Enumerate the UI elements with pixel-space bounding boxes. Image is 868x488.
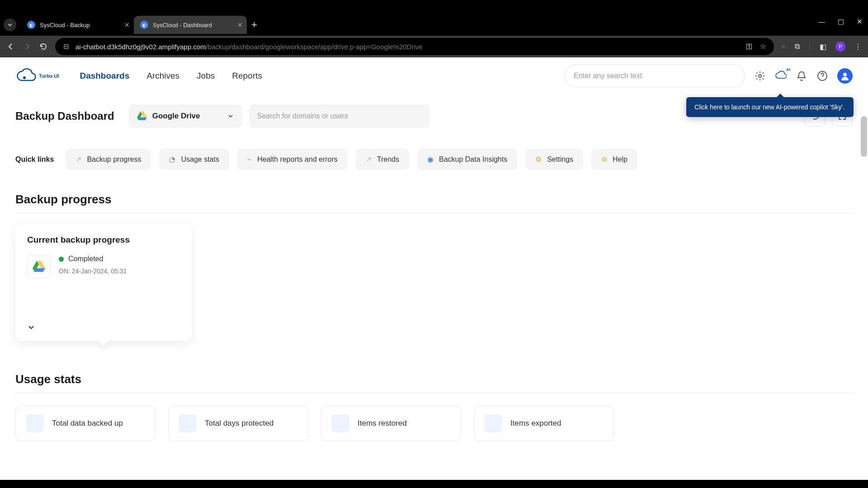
tab-title: SysCloud - Dashboard xyxy=(153,22,212,28)
ql-backup-progress[interactable]: ↗Backup progress xyxy=(66,149,151,170)
page-title: Backup Dashboard xyxy=(15,110,114,122)
trend-up-icon: ↗ xyxy=(366,155,372,164)
help-icon[interactable] xyxy=(816,70,828,82)
selector-value: Google Drive xyxy=(152,112,222,121)
close-icon[interactable]: × xyxy=(124,20,129,30)
main-nav: Dashboards Archives Jobs Reports xyxy=(80,71,262,81)
stat-card-days-protected[interactable]: Total days protected xyxy=(168,406,308,441)
trend-up-icon: ↗ xyxy=(75,155,81,164)
section-title-backup: Backup progress xyxy=(15,192,853,206)
stat-card-items-exported[interactable]: Items exported xyxy=(474,406,614,441)
headset-icon: ⊚ xyxy=(601,155,607,164)
url-input[interactable]: ⊟ ai-chatbot.d3k5dhz0gj9v02.amplifyapp.c… xyxy=(55,38,774,55)
sidepanel-icon[interactable]: ◧ xyxy=(820,42,826,51)
status-dot-icon xyxy=(59,257,64,262)
profile-badge[interactable]: P xyxy=(835,42,845,52)
stat-icon xyxy=(26,414,44,432)
app-icon-box xyxy=(27,255,51,278)
forward-button[interactable] xyxy=(23,42,32,51)
back-button[interactable] xyxy=(6,42,15,51)
quick-links-label: Quick links xyxy=(15,155,54,164)
chevron-down-icon xyxy=(27,324,35,332)
ql-data-insights[interactable]: ◉Backup Data Insights xyxy=(417,149,517,170)
tab-list-dropdown[interactable] xyxy=(4,19,16,31)
maximize-icon[interactable]: ▢ xyxy=(838,18,844,26)
favicon-icon: ◐ xyxy=(27,21,35,29)
svg-point-0 xyxy=(23,76,26,79)
section-title-usage: Usage stats xyxy=(15,372,853,386)
tab-title: SysCloud - Backup xyxy=(40,22,90,28)
page: Turbo UI Dashboards Archives Jobs Report… xyxy=(0,57,868,480)
domain-search-input[interactable]: Search for domains or users xyxy=(249,104,430,128)
settings-gear-icon[interactable] xyxy=(754,70,766,82)
divider xyxy=(15,213,853,213)
backup-progress-card: Current backup progress Completed ON: 24… xyxy=(15,224,192,341)
notifications-bell-icon[interactable] xyxy=(796,70,807,82)
close-icon[interactable]: × xyxy=(237,20,242,30)
ql-health-reports[interactable]: ⌁Health reports and errors xyxy=(237,149,348,170)
insights-icon: ◉ xyxy=(427,155,434,164)
chevron-down-icon xyxy=(227,113,234,119)
close-window-icon[interactable]: ✕ xyxy=(857,18,863,26)
nav-jobs[interactable]: Jobs xyxy=(197,71,215,81)
favicon-icon: ◐ xyxy=(140,21,148,29)
ql-trends[interactable]: ↗Trends xyxy=(356,149,409,170)
svg-point-3 xyxy=(843,73,847,76)
stat-icon xyxy=(179,414,197,432)
stat-card-items-restored[interactable]: Items restored xyxy=(321,406,461,441)
chevron-down-icon xyxy=(7,22,13,28)
app-selector[interactable]: Google Drive xyxy=(129,104,242,128)
new-tab-button[interactable]: + xyxy=(251,19,257,31)
gear-icon: ⚙ xyxy=(535,155,542,164)
ai-copilot-button[interactable]: AI xyxy=(775,70,787,82)
scrollbar-vertical[interactable] xyxy=(861,116,867,157)
global-search-input[interactable]: Enter any search text xyxy=(564,65,745,87)
ql-settings[interactable]: ⚙Settings xyxy=(525,149,583,170)
divider xyxy=(15,393,853,393)
reload-button[interactable] xyxy=(39,42,48,51)
tab-dashboard[interactable]: ◐ SysCloud - Dashboard × xyxy=(134,16,247,34)
site-settings-icon[interactable]: ⊟ xyxy=(63,42,69,51)
card-expand-button[interactable] xyxy=(27,324,180,332)
taskbar xyxy=(0,481,868,488)
nav-reports[interactable]: Reports xyxy=(232,71,262,81)
status-date: ON: 24-Jan-2024, 05:31 xyxy=(59,267,127,275)
ql-usage-stats[interactable]: ◔Usage stats xyxy=(159,149,229,170)
logo-text: Turbo UI xyxy=(39,73,59,79)
status-line: Completed xyxy=(59,255,127,263)
nav-archives[interactable]: Archives xyxy=(146,71,179,81)
svg-point-1 xyxy=(759,75,761,77)
stat-card-total-data[interactable]: Total data backed up xyxy=(15,406,156,441)
profile-disc-icon[interactable]: ● xyxy=(781,42,786,51)
stat-icon xyxy=(484,414,502,432)
tab-backup[interactable]: ◐ SysCloud - Backup × xyxy=(21,16,134,34)
nav-dashboards[interactable]: Dashboards xyxy=(80,71,129,81)
quick-links: Quick links ↗Backup progress ◔Usage stat… xyxy=(15,149,853,170)
activity-icon: ⌁ xyxy=(247,155,252,164)
menu-icon[interactable]: ⋮ xyxy=(854,42,862,51)
user-avatar[interactable] xyxy=(837,68,853,84)
ql-help[interactable]: ⊚Help xyxy=(591,149,637,170)
cloud-icon xyxy=(15,68,37,84)
logo[interactable]: Turbo UI xyxy=(15,68,59,84)
minimize-icon[interactable]: — xyxy=(818,18,825,26)
card-title: Current backup progress xyxy=(27,235,180,245)
ai-tooltip: Click here to launch our new AI-powered … xyxy=(686,97,854,117)
google-drive-icon xyxy=(137,112,147,121)
ai-badge: AI xyxy=(786,67,790,72)
stats-row: Total data backed up Total days protecte… xyxy=(15,406,853,441)
bookmark-icon[interactable]: ☆ xyxy=(760,42,766,51)
pie-chart-icon: ◔ xyxy=(169,155,175,164)
google-drive-icon xyxy=(33,261,45,272)
address-bar: ⊟ ai-chatbot.d3k5dhz0gj9v02.amplifyapp.c… xyxy=(0,36,868,57)
stat-icon xyxy=(331,414,349,432)
password-icon[interactable]: ⚿ xyxy=(746,42,753,51)
extensions-icon[interactable]: ⧉ xyxy=(795,42,800,51)
url-text: ai-chatbot.d3k5dhz0gj9v02.amplifyapp.com… xyxy=(75,43,423,51)
tab-strip: ◐ SysCloud - Backup × ◐ SysCloud - Dashb… xyxy=(0,14,868,36)
app-header: Turbo UI Dashboards Archives Jobs Report… xyxy=(15,57,853,94)
